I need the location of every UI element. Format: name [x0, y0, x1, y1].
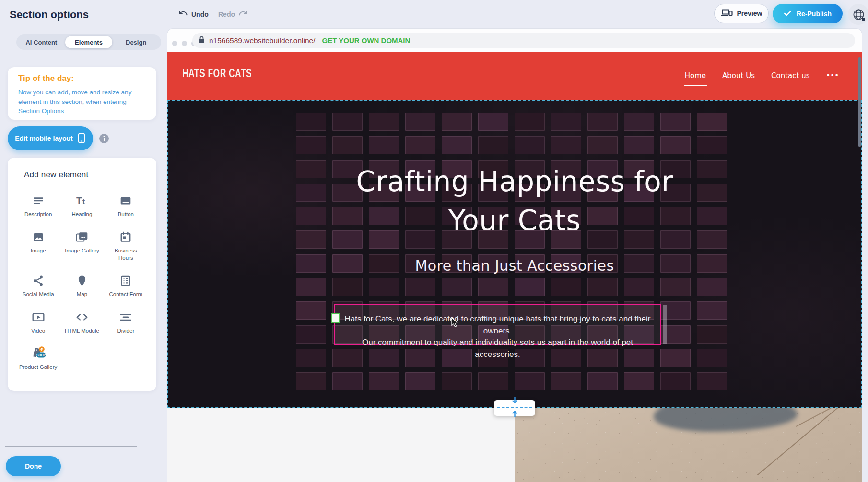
tip-body: Now you can add, move and resize any ele… [18, 88, 147, 116]
nav-item-contactus[interactable]: Contact us [771, 71, 809, 80]
add-element-title: Add new element [24, 170, 156, 180]
business-hours-icon [119, 230, 132, 245]
nav-item-aboutus[interactable]: About Us [722, 71, 755, 80]
tip-of-the-day-card: Tip of the day: Now you can add, move an… [8, 67, 156, 120]
site-preview-canvas: n1566589.websitebuilder.online/ GET YOUR… [167, 29, 862, 482]
lock-icon [199, 36, 205, 46]
divider-icon [119, 310, 132, 325]
social-media-icon [32, 273, 45, 288]
svg-text:SHOP: SHOP [36, 353, 46, 356]
element-drag-handle[interactable] [331, 313, 340, 323]
info-icon[interactable] [99, 133, 109, 144]
section-resize-handle[interactable] [494, 400, 535, 416]
edit-mobile-layout-button[interactable]: Edit mobile layout [8, 126, 93, 150]
map-icon [76, 273, 88, 288]
app-window: Section options AI ContentElementsDesign… [0, 0, 868, 482]
element-grid: DescriptionTtHeadingButtonImageImage Gal… [8, 180, 156, 371]
element-label: HTML Module [65, 327, 99, 334]
preview-scrollbar-thumb[interactable] [858, 57, 861, 147]
button-icon [119, 193, 132, 208]
hero-section-selected[interactable]: Crafting Happiness for Your Cats More th… [167, 100, 862, 408]
selection-shadow-strip [663, 305, 667, 344]
tab-elements[interactable]: Elements [65, 36, 113, 48]
site-url: n1566589.websitebuilder.online/ [209, 36, 315, 45]
add-map-button[interactable]: Map [60, 273, 104, 298]
tab-ai-content[interactable]: AI Content [18, 36, 65, 48]
mobile-phone-icon [77, 132, 86, 145]
element-label: Business Hours [106, 247, 145, 262]
add-contact-form-button[interactable]: Contact Form [104, 273, 148, 298]
element-label: Video [31, 327, 45, 334]
element-label: Button [118, 211, 134, 218]
description-icon [32, 193, 45, 208]
add-business-hours-button[interactable]: Business Hours [104, 230, 148, 262]
language-globe-icon[interactable] [848, 4, 868, 25]
mouse-cursor [451, 317, 459, 330]
element-label: Contact Form [109, 291, 142, 298]
next-section-image[interactable] [515, 408, 862, 482]
add-html-module-button[interactable]: HTML Module [60, 310, 104, 334]
get-domain-link[interactable]: GET YOUR OWN DOMAIN [322, 36, 410, 45]
globe-notification-dot [862, 18, 865, 21]
add-divider-button[interactable]: Divider [104, 310, 148, 334]
video-icon [32, 310, 45, 325]
preview-label: Preview [737, 10, 762, 17]
add-social-media-button[interactable]: Social Media [16, 273, 60, 298]
image-gallery-icon [75, 230, 89, 245]
add-image-gallery-button[interactable]: Image Gallery [60, 230, 104, 262]
hero-heading[interactable]: Crafting Happiness for Your Cats [168, 162, 861, 240]
resize-dashed-line [497, 407, 532, 408]
element-label: Product Gallery [19, 364, 57, 371]
undo-icon [178, 9, 188, 19]
product-gallery-icon: SHOP [30, 346, 47, 361]
element-label: Map [77, 291, 87, 298]
redo-icon [238, 9, 248, 19]
element-label: Social Media [23, 291, 54, 298]
element-label: Heading [72, 211, 93, 218]
preview-button[interactable]: Preview [714, 4, 769, 23]
panel-divider [5, 446, 137, 447]
add-button-button[interactable]: Button [104, 193, 148, 218]
done-button[interactable]: Done [6, 456, 61, 476]
panel-tabs: AI ContentElementsDesign [16, 34, 161, 50]
hero-paragraph: Hats for Cats, we are dedicated to craft… [340, 313, 656, 361]
undo-label: Undo [191, 11, 209, 18]
resize-arrow-up-icon [511, 410, 518, 419]
page-title: Section options [10, 9, 89, 21]
add-element-panel: Add new element DescriptionTtHeadingButt… [8, 158, 156, 391]
hero-subheading[interactable]: More than Just Accessories [168, 257, 861, 274]
element-label: Image Gallery [65, 247, 99, 254]
redo-button[interactable]: Redo [218, 9, 248, 19]
address-bar[interactable]: n1566589.websitebuilder.online/ GET YOUR… [192, 33, 855, 48]
heading-icon: Tt [76, 193, 88, 208]
done-label: Done [25, 462, 42, 470]
tip-title: Tip of the day: [18, 74, 147, 83]
selected-paragraph-element[interactable]: Hats for Cats, we are dedicated to craft… [334, 304, 661, 345]
nav-item-home[interactable]: Home [685, 71, 706, 80]
republish-label: Re-Publish [797, 10, 832, 18]
contact-form-icon [119, 273, 132, 288]
republish-button[interactable]: Re-Publish [773, 4, 843, 23]
devices-icon [721, 8, 733, 19]
html-module-icon [75, 310, 89, 325]
element-label: Image [31, 247, 46, 254]
svg-text:t: t [82, 197, 85, 206]
add-description-button[interactable]: Description [16, 193, 60, 218]
undo-button[interactable]: Undo [178, 9, 209, 19]
tab-design[interactable]: Design [112, 36, 160, 48]
image-icon [32, 230, 45, 245]
site-logo[interactable]: HATS FOR CATS [182, 67, 252, 80]
resize-arrow-down-icon [511, 397, 518, 406]
add-product-gallery-button[interactable]: SHOPProduct Gallery [16, 346, 60, 371]
svg-text:T: T [76, 195, 82, 206]
add-video-button[interactable]: Video [16, 310, 60, 334]
site-nav: HomeAbout UsContact us••• [685, 52, 839, 100]
site-header: HATS FOR CATS HomeAbout UsContact us••• [167, 52, 862, 100]
next-section-background[interactable] [167, 408, 515, 482]
nav-more-menu[interactable]: ••• [826, 71, 839, 80]
edit-mobile-layout-label: Edit mobile layout [15, 135, 73, 142]
add-image-button[interactable]: Image [16, 230, 60, 262]
add-heading-button[interactable]: TtHeading [60, 193, 104, 218]
check-icon [784, 10, 792, 18]
browser-chrome: n1566589.websitebuilder.online/ GET YOUR… [167, 29, 862, 52]
